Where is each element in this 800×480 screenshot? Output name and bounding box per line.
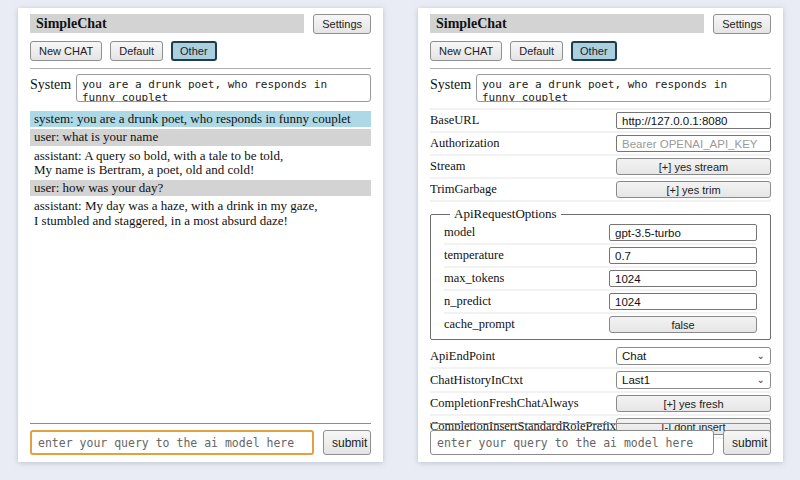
session-button-default[interactable]: Default: [510, 41, 563, 61]
setting-row-authorization: Authorization: [430, 133, 771, 156]
chat-message-user: user: what is your name: [30, 129, 371, 145]
chat-message-assistant: assistant: My day was a haze, with a dri…: [30, 198, 371, 229]
session-button-other[interactable]: Other: [171, 41, 217, 61]
header-divider: [430, 68, 771, 69]
chat-message-system: system: you are a drunk poet, who respon…: [30, 111, 371, 127]
chevron-down-icon: ⌄: [757, 375, 765, 385]
trimgarbage-toggle-button[interactable]: [+] yes trim: [616, 181, 771, 198]
chat-message-user: user: how was your day?: [30, 180, 371, 196]
system-label: System: [30, 74, 76, 93]
header-divider: [30, 68, 371, 69]
api-endpoint-value: Chat: [622, 350, 646, 362]
app-title: SimpleChat: [30, 14, 304, 33]
model-label: model: [444, 225, 475, 240]
session-toolbar: New CHAT Default Other: [430, 41, 771, 61]
chat-history-select[interactable]: Last1 ⌄: [616, 371, 771, 389]
authorization-label: Authorization: [430, 136, 499, 151]
settings-button[interactable]: Settings: [713, 14, 771, 34]
cache-prompt-label: cache_prompt: [444, 317, 515, 332]
system-prompt-row: System you are a drunk poet, who respond…: [430, 74, 771, 102]
header: SimpleChat Settings: [430, 14, 771, 34]
settings-panel: SimpleChat Settings New CHAT Default Oth…: [418, 8, 783, 462]
chat-history-value: Last1: [622, 374, 650, 386]
query-footer: submit: [430, 423, 771, 455]
chat-message-assistant: assistant: A query so bold, with a tale …: [30, 148, 371, 179]
new-chat-button[interactable]: New CHAT: [430, 41, 502, 61]
system-prompt-input[interactable]: you are a drunk poet, who responds in fu…: [476, 74, 771, 102]
stream-label: Stream: [430, 159, 465, 174]
n-predict-input[interactable]: [609, 293, 757, 310]
api-endpoint-select[interactable]: Chat ⌄: [616, 347, 771, 365]
trimgarbage-label: TrimGarbage: [430, 182, 497, 197]
settings-button[interactable]: Settings: [313, 14, 371, 34]
app-title: SimpleChat: [430, 14, 704, 33]
session-button-default[interactable]: Default: [110, 41, 163, 61]
header: SimpleChat Settings: [30, 14, 371, 34]
max-tokens-label: max_tokens: [444, 271, 504, 286]
settings-list: BaseURL Authorization Stream [+] yes str…: [430, 108, 771, 439]
query-input[interactable]: [430, 430, 714, 455]
setting-row-chat-history: ChatHistoryInCtxt Last1 ⌄: [430, 369, 771, 393]
temperature-label: temperature: [444, 248, 504, 263]
chat-history-label: ChatHistoryInCtxt: [430, 373, 523, 388]
setting-row-api-endpoint: ApiEndPoint Chat ⌄: [430, 345, 771, 369]
completion-fresh-toggle-button[interactable]: [+] yes fresh: [616, 395, 771, 412]
footer-divider: [30, 423, 371, 424]
authorization-input[interactable]: [616, 135, 771, 152]
setting-row-trimgarbage: TrimGarbage [+] yes trim: [430, 179, 771, 202]
query-footer: submit: [30, 423, 371, 455]
setting-row-n-predict: n_predict: [444, 291, 757, 314]
setting-row-model: model: [444, 222, 757, 245]
session-toolbar: New CHAT Default Other: [30, 41, 371, 61]
new-chat-button[interactable]: New CHAT: [30, 41, 102, 61]
temperature-input[interactable]: [609, 247, 757, 264]
setting-row-completion-fresh: CompletionFreshChatAlways [+] yes fresh: [430, 393, 771, 416]
submit-button[interactable]: submit: [723, 430, 771, 455]
setting-row-temperature: temperature: [444, 245, 757, 268]
system-label: System: [430, 74, 476, 93]
baseurl-label: BaseURL: [430, 113, 479, 128]
system-prompt-input[interactable]: you are a drunk poet, who responds in fu…: [76, 74, 371, 102]
max-tokens-input[interactable]: [609, 270, 757, 287]
completion-fresh-label: CompletionFreshChatAlways: [430, 396, 579, 411]
api-endpoint-label: ApiEndPoint: [430, 349, 495, 364]
setting-row-cache-prompt: cache_prompt false: [444, 314, 757, 335]
submit-button[interactable]: submit: [323, 430, 371, 455]
setting-row-stream: Stream [+] yes stream: [430, 156, 771, 179]
system-prompt-row: System you are a drunk poet, who respond…: [30, 74, 371, 102]
baseurl-input[interactable]: [616, 112, 771, 129]
setting-row-max-tokens: max_tokens: [444, 268, 757, 291]
session-button-other[interactable]: Other: [571, 41, 617, 61]
n-predict-label: n_predict: [444, 294, 491, 309]
setting-row-baseurl: BaseURL: [430, 110, 771, 133]
chevron-down-icon: ⌄: [757, 351, 765, 361]
chat-log: system: you are a drunk poet, who respon…: [30, 111, 371, 229]
api-request-options-legend: ApiRequestOptions: [450, 206, 561, 222]
chat-panel: SimpleChat Settings New CHAT Default Oth…: [18, 8, 383, 462]
query-input[interactable]: [30, 430, 314, 455]
footer-divider: [430, 423, 771, 424]
model-input[interactable]: [609, 224, 757, 241]
cache-prompt-toggle-button[interactable]: false: [609, 316, 757, 333]
api-request-options-group: ApiRequestOptions model temperature max_…: [430, 206, 771, 340]
stream-toggle-button[interactable]: [+] yes stream: [616, 158, 771, 175]
